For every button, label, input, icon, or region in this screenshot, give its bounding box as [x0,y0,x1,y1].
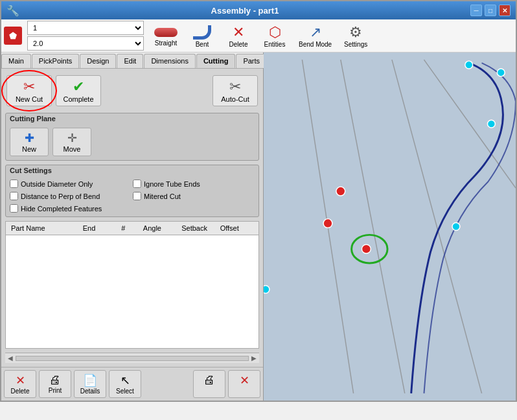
combo-box-2[interactable]: 2.0 [27,36,144,51]
col-angle: Angle [141,223,179,233]
bottom-delete-button[interactable]: ✕ Delete [4,370,36,398]
new-cut-wrapper: ✂ New Cut [6,75,52,106]
entities-button[interactable]: ⬡ Entities [258,21,292,51]
col-setback: Setback [179,223,217,233]
settings-button[interactable]: ⚙ Settings [339,21,373,51]
scroll-right-btn[interactable]: ▶ [251,355,257,362]
parts-table[interactable]: Part Name End # Angle Setback Offset [5,221,259,349]
hide-completed-label: Hide Completed Features [21,205,102,213]
cutting-plane-new-label: New [22,145,36,153]
col-end: End [80,223,119,233]
tab-parts[interactable]: Parts [236,54,267,68]
svg-point-7 [452,223,460,231]
outside-diameter-checkbox[interactable] [10,180,18,188]
checkbox-mitered: Mitered Cut [133,191,255,202]
svg-rect-0 [264,60,516,393]
bottom-select-button[interactable]: ↖ Select [109,370,141,398]
cut-settings-section: Cut Settings Outside Diameter Only Ignor… [5,165,259,217]
scroll-left-btn[interactable]: ◀ [8,355,13,362]
bend-mode-button[interactable]: ↗ Bend Mode [294,21,336,51]
delete-toolbar-button[interactable]: ✕ Delete [222,21,255,51]
bottom-select-icon: ↖ [121,373,130,388]
tab-design[interactable]: Design [80,54,116,68]
left-panel: Main PickPoints Design Edit Dimensions C… [1,52,264,401]
complete-button[interactable]: ✔ Complete [56,75,101,106]
bottom-print-button[interactable]: 🖨 Print [39,370,71,398]
ignore-tube-label: Ignore Tube Ends [144,180,200,188]
bottom-details-icon: 📄 [83,373,97,388]
outside-diameter-label: Outside Diameter Only [21,180,93,188]
auto-cut-button[interactable]: ✂ Auto-Cut [213,75,258,106]
main-content: Main PickPoints Design Edit Dimensions C… [1,52,516,401]
new-plus-icon: ✚ [25,131,34,145]
hide-completed-checkbox[interactable] [10,204,18,213]
auto-cut-icon: ✂ [229,78,241,95]
cad-canvas [264,52,516,401]
cut-settings-checkboxes: Outside Diameter Only Ignore Tube Ends D… [6,176,258,216]
bottom-toolbar: ✕ Delete 🖨 Print 📄 Details ↖ Select � [1,367,263,401]
bottom-print2-button[interactable]: 🖨 [193,370,225,398]
window-controls: ─ □ ✕ [470,5,511,16]
svg-point-10 [323,219,332,228]
svg-point-6 [487,120,495,128]
settings-label: Settings [344,41,367,48]
complete-label: Complete [63,95,93,103]
tab-pickpoints[interactable]: PickPoints [32,54,79,68]
checkbox-distance-perp: Distance to Perp of Bend [10,191,132,202]
straight-button[interactable]: Straight [149,23,183,49]
cutting-plane-move-button[interactable]: ✛ Move [52,128,91,156]
minimize-button[interactable]: ─ [470,5,482,16]
horizontal-scrollbar[interactable]: ◀ ▶ [5,353,259,363]
tab-dimensions[interactable]: Dimensions [144,54,195,68]
cutting-plane-title: Cutting Plane [6,113,258,124]
distance-perp-label: Distance to Perp of Bend [21,192,100,200]
app-icon: 🔧 [6,5,19,17]
panel-content: ✂ New Cut ✔ Complete ✂ Auto-Cut [1,69,263,367]
restore-button[interactable]: □ [485,5,496,16]
tab-main[interactable]: Main [1,54,31,68]
bottom-cancel-button[interactable]: ✕ [228,370,260,398]
col-offset: Offset [218,223,256,233]
bottom-delete-icon: ✕ [16,373,25,388]
toolbar: ⬟ 1 2.0 Straight Bent ✕ Delete [1,19,516,52]
cutting-plane-section: Cutting Plane ✚ New ✛ Move [5,113,259,161]
new-cut-button[interactable]: ✂ New Cut [6,75,52,106]
svg-point-13 [497,69,505,76]
new-cut-icon: ✂ [23,78,35,95]
complete-icon: ✔ [73,78,84,95]
col-part-name: Part Name [8,223,80,233]
ignore-tube-checkbox[interactable] [133,180,141,188]
scrollbar-track[interactable] [16,356,249,361]
bottom-print-icon: 🖨 [49,373,61,387]
distance-perp-checkbox[interactable] [10,192,18,200]
bend-mode-icon: ↗ [310,24,321,41]
bottom-select-label: Select [116,388,134,395]
svg-point-11 [362,244,371,253]
settings-icon: ⚙ [349,24,362,41]
entities-icon: ⬡ [269,24,281,41]
bottom-spacer [144,370,190,398]
mitered-cut-label: Mitered Cut [144,192,181,200]
toolbar-combos: 1 2.0 [27,21,144,51]
app-logo-icon: ⬟ [4,27,22,45]
bend-mode-label: Bend Mode [299,41,332,48]
bottom-print2-icon: 🖨 [203,373,215,387]
close-button[interactable]: ✕ [499,5,511,16]
combo-box-1[interactable]: 1 [27,21,144,35]
table-body [6,235,258,332]
delete-label: Delete [229,41,248,48]
cutting-plane-new-button[interactable]: ✚ New [10,128,49,156]
title-bar: 🔧 Assembly - part1 ─ □ ✕ [1,1,516,19]
new-cut-label: New Cut [16,95,43,103]
tab-edit[interactable]: Edit [117,54,143,68]
app-window: 🔧 Assembly - part1 ─ □ ✕ ⬟ 1 2.0 Stra [0,0,517,402]
cut-settings-title: Cut Settings [6,165,258,176]
checkbox-ignore-tube: Ignore Tube Ends [133,178,255,189]
bottom-details-button[interactable]: 📄 Details [74,370,106,398]
auto-cut-label: Auto-Cut [221,95,249,103]
bottom-details-label: Details [80,388,100,395]
bent-button[interactable]: Bent [185,21,219,51]
tab-cutting[interactable]: Cutting [196,54,235,68]
bottom-delete-label: Delete [11,388,30,395]
mitered-cut-checkbox[interactable] [133,192,141,200]
